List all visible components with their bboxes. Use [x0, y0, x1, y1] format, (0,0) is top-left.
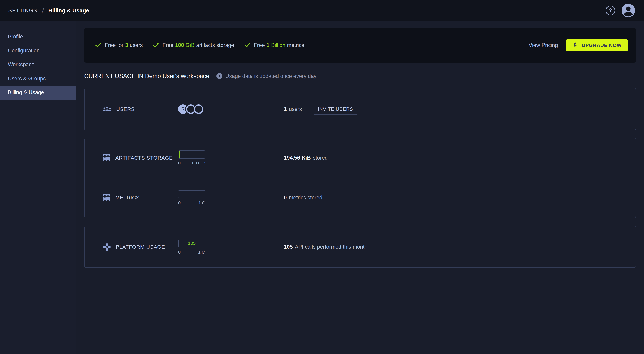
usage-note: i Usage data is updated once every day. — [216, 73, 318, 79]
avatar-empty-slot — [194, 104, 203, 114]
sidebar: Profile Configuration Workspace Users & … — [0, 21, 76, 354]
info-icon: i — [216, 73, 222, 79]
metrics-bar — [178, 190, 205, 198]
users-card: USERS R 1users INVITE USERS — [84, 88, 636, 130]
scale-min: 0 — [178, 161, 180, 165]
metrics-stored-text: 0metrics stored — [284, 195, 322, 201]
platform-usage-card: PLATFORM USAGE 105 0 1 M — [84, 226, 636, 268]
feature-text: Free — [254, 42, 265, 48]
page-title: Billing & Usage — [48, 7, 89, 14]
api-calls-text: 105API calls performed this month — [284, 244, 368, 250]
platform-usage-icon — [102, 243, 111, 251]
main-content: Free for 3 users Free 100 GiB artifacts … — [76, 21, 644, 354]
artifacts-storage-row: ARTIFACTS STORAGE 0 100 GiB — [84, 138, 636, 178]
scale-min: 0 — [178, 201, 180, 205]
top-bar-actions: ? — [606, 4, 635, 17]
breadcrumb-settings-link[interactable]: SETTINGS — [8, 7, 37, 14]
breadcrumb-separator: / — [41, 7, 44, 14]
check-icon — [153, 43, 159, 48]
storage-stack-icon — [102, 154, 111, 162]
feature-text: artifacts storage — [196, 42, 234, 48]
feature-text: Free for — [105, 42, 124, 48]
plan-features: Free for 3 users Free 100 GiB artifacts … — [95, 42, 529, 48]
metrics-meter: 0 1 G — [178, 190, 205, 205]
feature-value: 3 — [125, 42, 128, 48]
gauge-value: 105 — [178, 241, 205, 246]
content-shell: Profile Configuration Workspace Users & … — [0, 21, 644, 354]
invite-users-button[interactable]: INVITE USERS — [312, 104, 358, 115]
upgrade-now-button[interactable]: UPGRADE NOW — [566, 39, 628, 52]
artifacts-storage-meter: 0 100 GiB — [178, 150, 205, 165]
feature-text: Free — [162, 42, 174, 48]
feature-value: 1 — [266, 42, 270, 48]
feature-free-storage: Free 100 GiB artifacts storage — [153, 42, 234, 48]
platform-usage-gauge: 105 — [178, 239, 205, 248]
usage-note-text: Usage data is updated once every day. — [225, 73, 318, 79]
artifacts-stored-text: 194.56 KiBstored — [284, 155, 328, 161]
check-icon — [95, 43, 101, 48]
users-label: USERS — [116, 106, 135, 112]
rocket-icon — [572, 42, 578, 48]
gauge-tick-right — [205, 240, 205, 247]
sidebar-item-profile[interactable]: Profile — [0, 30, 76, 44]
feature-text: metrics — [287, 42, 304, 48]
user-avatars: R — [178, 104, 203, 114]
feature-unit: GiB — [186, 42, 194, 48]
metrics-row: METRICS 0 1 G 0metrics sto — [84, 178, 636, 218]
usage-title: CURRENT USAGE IN Demo User's workspace — [84, 73, 210, 79]
artifacts-storage-bar-fill — [179, 151, 180, 158]
usage-header: CURRENT USAGE IN Demo User's workspace i… — [84, 72, 636, 80]
help-icon[interactable]: ? — [606, 6, 616, 16]
sidebar-item-billing-usage[interactable]: Billing & Usage — [0, 86, 76, 99]
metrics-stack-icon — [102, 194, 111, 202]
artifacts-storage-label: ARTIFACTS STORAGE — [115, 155, 172, 161]
users-icon — [102, 106, 112, 112]
feature-value: 100 — [175, 42, 184, 48]
upgrade-now-label: UPGRADE NOW — [582, 42, 622, 48]
feature-text: users — [130, 42, 143, 48]
scale-max: 1 M — [198, 250, 205, 255]
platform-usage-row: PLATFORM USAGE 105 0 1 M — [84, 226, 636, 268]
feature-free-metrics: Free 1 Billion metrics — [244, 42, 304, 48]
top-bar: SETTINGS / Billing & Usage ? — [0, 0, 644, 21]
storage-metrics-card: ARTIFACTS STORAGE 0 100 GiB — [84, 138, 636, 218]
sidebar-item-workspace[interactable]: Workspace — [0, 58, 76, 71]
view-pricing-link[interactable]: View Pricing — [528, 42, 558, 48]
free-plan-banner: Free for 3 users Free 100 GiB artifacts … — [84, 28, 636, 63]
content-bottom-rule — [76, 352, 644, 353]
platform-usage-meter: 105 0 1 M — [178, 239, 205, 255]
user-avatar-icon[interactable] — [622, 4, 635, 17]
metrics-label: METRICS — [115, 195, 140, 201]
artifacts-storage-bar — [178, 150, 205, 158]
breadcrumb: SETTINGS / Billing & Usage — [8, 7, 89, 14]
check-icon — [244, 43, 250, 48]
users-count: 1users — [284, 106, 302, 112]
platform-usage-label: PLATFORM USAGE — [116, 244, 165, 250]
billing-usage-page: SETTINGS / Billing & Usage ? Profile Con… — [0, 0, 644, 354]
sidebar-item-users-groups[interactable]: Users & Groups — [0, 72, 76, 86]
feature-unit: Billion — [271, 42, 285, 48]
scale-max: 100 GiB — [190, 161, 206, 165]
scale-min: 0 — [178, 250, 180, 255]
feature-free-users: Free for 3 users — [95, 42, 143, 48]
users-row: USERS R 1users INVITE USERS — [84, 88, 636, 130]
sidebar-item-configuration[interactable]: Configuration — [0, 44, 76, 58]
scale-max: 1 G — [198, 201, 206, 205]
